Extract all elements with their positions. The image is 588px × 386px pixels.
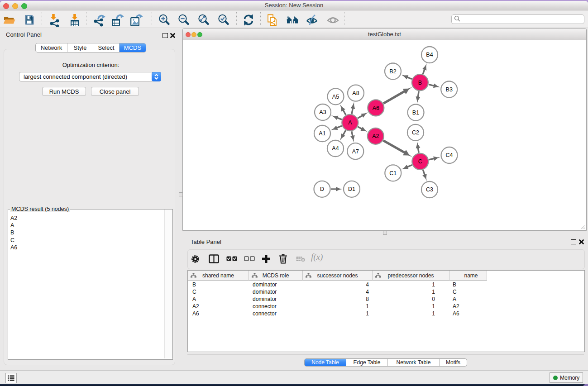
- svg-text:A3: A3: [319, 109, 326, 115]
- svg-text:B2: B2: [389, 68, 396, 75]
- svg-text:A5: A5: [332, 94, 339, 100]
- svg-text:B: B: [418, 80, 422, 86]
- svg-text:C3: C3: [426, 186, 433, 193]
- svg-text:C1: C1: [389, 170, 397, 176]
- svg-text:C2: C2: [412, 129, 419, 136]
- svg-text:B1: B1: [412, 110, 419, 116]
- svg-text:A8: A8: [352, 90, 359, 96]
- svg-text:C: C: [418, 158, 422, 165]
- svg-text:B4: B4: [426, 52, 433, 58]
- svg-text:A1: A1: [319, 130, 325, 137]
- svg-text:C4: C4: [446, 152, 453, 158]
- svg-text:B3: B3: [446, 86, 453, 93]
- svg-text:D1: D1: [348, 186, 355, 192]
- svg-text:D: D: [320, 186, 324, 192]
- svg-text:A2: A2: [372, 133, 379, 139]
- svg-text:A4: A4: [332, 145, 339, 152]
- svg-text:A6: A6: [373, 105, 379, 111]
- svg-text:A: A: [348, 119, 352, 126]
- svg-text:A7: A7: [352, 148, 359, 155]
